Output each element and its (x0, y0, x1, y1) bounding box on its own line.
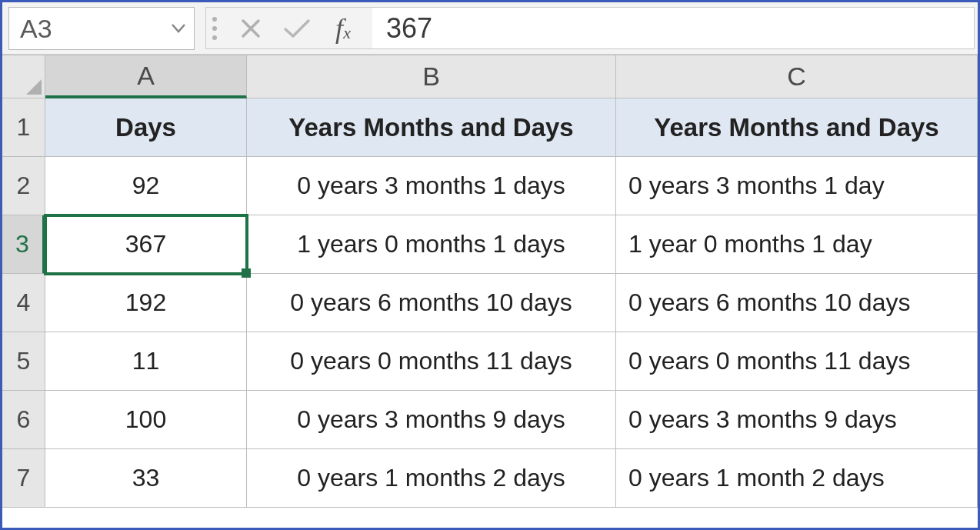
cell-A3[interactable]: 367 (45, 215, 247, 274)
cell-A1[interactable]: Days (45, 98, 247, 157)
formula-bar-controls: fx (205, 7, 372, 49)
cell-A4[interactable]: 192 (45, 274, 247, 332)
cell-C5[interactable]: 0 years 0 months 11 days (616, 332, 978, 391)
cell-A5[interactable]: 11 (45, 332, 247, 391)
row-header-6[interactable]: 6 (2, 391, 45, 449)
fill-handle[interactable] (242, 268, 251, 278)
name-box-value: A3 (20, 14, 52, 44)
resize-grip-icon[interactable] (212, 17, 217, 40)
cell-C2[interactable]: 0 years 3 months 1 day (616, 157, 978, 215)
cell-B4[interactable]: 0 years 6 months 10 days (247, 274, 616, 332)
cell-C3[interactable]: 1 year 0 months 1 day (616, 215, 978, 274)
row-header-7[interactable]: 7 (2, 449, 45, 508)
cancel-icon[interactable] (228, 17, 274, 40)
row-header-1[interactable]: 1 (2, 98, 45, 157)
enter-icon[interactable] (274, 18, 320, 39)
cell-C7[interactable]: 0 years 1 month 2 days (616, 449, 978, 508)
row-header-5[interactable]: 5 (2, 332, 45, 391)
name-box-dropdown-icon[interactable] (171, 23, 186, 34)
formula-value: 367 (386, 12, 432, 45)
row-header-2[interactable]: 2 (2, 157, 45, 215)
cell-A6[interactable]: 100 (45, 391, 247, 449)
col-header-B[interactable]: B (247, 55, 616, 98)
cell-B2[interactable]: 0 years 3 months 1 days (247, 157, 616, 215)
row-header-4[interactable]: 4 (2, 274, 45, 332)
name-box[interactable]: A3 (8, 7, 195, 50)
cell-B5[interactable]: 0 years 0 months 11 days (247, 332, 616, 391)
cell-A2[interactable]: 92 (45, 157, 247, 215)
cell-A7[interactable]: 33 (45, 449, 247, 508)
formula-bar: A3 fx 367 (2, 2, 978, 55)
cell-B3[interactable]: 1 years 0 months 1 days (247, 215, 616, 274)
cell-C1[interactable]: Years Months and Days (616, 98, 978, 157)
formula-input[interactable]: 367 (372, 7, 975, 49)
cell-B6[interactable]: 0 years 3 months 9 days (247, 391, 616, 449)
cell-C6[interactable]: 0 years 3 months 9 days (616, 391, 978, 449)
cell-C4[interactable]: 0 years 6 months 10 days (616, 274, 978, 332)
cell-B1[interactable]: Years Months and Days (247, 98, 616, 157)
insert-function-icon[interactable]: fx (320, 12, 366, 45)
col-header-A[interactable]: A (45, 55, 247, 98)
cell-B7[interactable]: 0 years 1 months 2 days (247, 449, 616, 508)
spreadsheet-grid: A B C 1 Days Years Months and Days Years… (2, 55, 978, 508)
select-all-corner[interactable] (2, 55, 45, 98)
cell-A3-value: 367 (125, 230, 166, 258)
col-header-C[interactable]: C (616, 55, 978, 98)
row-header-3[interactable]: 3 (2, 215, 45, 274)
